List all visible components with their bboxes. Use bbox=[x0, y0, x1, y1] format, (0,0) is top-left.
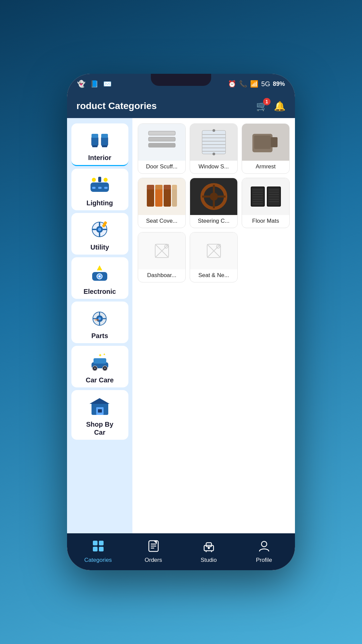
profile-icon bbox=[258, 540, 270, 555]
orders-label: Orders bbox=[145, 557, 162, 564]
phone-frame: 👻 📘 ✉️ ⏰ 📞 📶 5G 89% roduct Categories 🛒 … bbox=[67, 74, 295, 570]
svg-rect-11 bbox=[98, 187, 102, 189]
signal-icon: 5G bbox=[261, 80, 270, 88]
svg-rect-44 bbox=[98, 409, 102, 413]
svg-rect-99 bbox=[93, 541, 98, 545]
phone-icon: 📞 bbox=[239, 80, 247, 88]
svg-point-110 bbox=[208, 547, 210, 549]
utility-label: Utility bbox=[90, 243, 109, 251]
categories-label: Categories bbox=[84, 557, 112, 564]
bell-icon[interactable]: 🔔 bbox=[274, 101, 286, 112]
svg-rect-102 bbox=[99, 547, 104, 551]
electronic-label: Electronic bbox=[83, 287, 116, 296]
svg-point-8 bbox=[104, 178, 108, 182]
parts-icon: CH bbox=[86, 306, 113, 330]
sidebar-item-utility[interactable]: Utility bbox=[71, 213, 128, 255]
svg-rect-1 bbox=[92, 134, 98, 138]
svg-rect-3 bbox=[101, 134, 108, 138]
header-icons: 🛒 1 🔔 bbox=[256, 101, 286, 112]
cart-badge: 1 bbox=[263, 98, 270, 105]
product-card-armrest[interactable]: Armrest bbox=[242, 123, 290, 174]
door-scuff-image bbox=[138, 124, 185, 161]
nav-profile[interactable]: Profile bbox=[236, 540, 292, 564]
carcare-label: Car Care bbox=[86, 376, 114, 384]
svg-rect-59 bbox=[271, 137, 278, 147]
nav-studio[interactable]: Studio bbox=[181, 540, 236, 564]
utility-icon bbox=[86, 218, 113, 241]
studio-label: Studio bbox=[200, 557, 217, 564]
svg-rect-45 bbox=[148, 137, 175, 141]
svg-rect-46 bbox=[148, 143, 175, 147]
svg-rect-10 bbox=[92, 187, 96, 189]
gmail-icon: ✉️ bbox=[103, 80, 112, 88]
battery-text: 89% bbox=[273, 80, 285, 88]
svg-rect-12 bbox=[104, 187, 108, 189]
svg-marker-42 bbox=[89, 398, 110, 404]
sidebar-item-lighting[interactable]: Lighting bbox=[71, 169, 128, 210]
seat-cover-name: Seat Cove... bbox=[138, 215, 185, 228]
svg-point-56 bbox=[213, 153, 215, 155]
product-area: Door Scuff... bbox=[132, 118, 295, 533]
steering-name: Steering C... bbox=[190, 215, 237, 228]
svg-rect-9 bbox=[98, 177, 101, 182]
orders-icon bbox=[147, 540, 160, 555]
seat-neck-image bbox=[190, 232, 237, 269]
svg-rect-63 bbox=[155, 185, 163, 190]
product-card-window-sun[interactable]: Window S... bbox=[190, 123, 238, 174]
notch bbox=[151, 74, 211, 86]
facebook-icon: 📘 bbox=[90, 80, 99, 88]
dashboard-name: Dashboar... bbox=[138, 269, 185, 282]
product-card-seat-cover[interactable]: Seat Cove... bbox=[138, 178, 186, 228]
svg-point-55 bbox=[213, 129, 215, 132]
svg-rect-62 bbox=[155, 188, 163, 207]
product-card-dashboard[interactable]: Dashboar... bbox=[138, 232, 186, 282]
svg-rect-65 bbox=[164, 185, 171, 190]
bottom-nav: Categories Orders bbox=[67, 533, 295, 570]
sidebar-item-interior[interactable]: Interior bbox=[71, 123, 128, 166]
product-card-seat-neck[interactable]: Seat & Ne... bbox=[190, 232, 238, 282]
snapchat-icon: 👻 bbox=[77, 80, 85, 88]
seat-cover-image bbox=[138, 178, 185, 215]
window-sun-image bbox=[190, 124, 237, 161]
armrest-image bbox=[242, 124, 289, 161]
dashboard-image bbox=[138, 232, 185, 269]
sidebar-item-carcare[interactable]: ✦ ✦ Car Care bbox=[71, 346, 128, 387]
door-scuff-name: Door Scuff... bbox=[138, 161, 185, 173]
svg-rect-0 bbox=[92, 137, 98, 146]
svg-marker-107 bbox=[154, 541, 157, 544]
categories-icon bbox=[92, 540, 104, 555]
svg-rect-101 bbox=[93, 547, 98, 551]
product-card-floor-mats[interactable]: Floor Mats bbox=[242, 178, 290, 228]
nav-categories[interactable]: Categories bbox=[70, 540, 126, 564]
interior-icon bbox=[86, 128, 113, 152]
svg-rect-61 bbox=[147, 185, 154, 190]
sidebar-item-shopbycar[interactable]: Shop ByCar bbox=[71, 390, 128, 440]
cart-wrapper[interactable]: 🛒 1 bbox=[256, 101, 268, 112]
product-grid: Door Scuff... bbox=[138, 123, 290, 282]
sidebar: Interior Lighting bbox=[67, 118, 132, 533]
nav-orders[interactable]: Orders bbox=[126, 540, 181, 564]
shopbycar-label: Shop ByCar bbox=[86, 420, 113, 436]
profile-label: Profile bbox=[256, 557, 272, 564]
svg-point-69 bbox=[210, 193, 218, 201]
svg-point-7 bbox=[92, 178, 96, 182]
svg-rect-34 bbox=[94, 358, 106, 364]
sidebar-item-electronic[interactable]: Electronic bbox=[71, 257, 128, 299]
svg-text:CH: CH bbox=[95, 318, 99, 321]
armrest-name: Armrest bbox=[242, 161, 289, 173]
phone-inner: 👻 📘 ✉️ ⏰ 📞 📶 5G 89% roduct Categories 🛒 … bbox=[67, 74, 295, 570]
svg-point-24 bbox=[99, 275, 101, 277]
svg-point-38 bbox=[104, 367, 106, 369]
sidebar-item-parts[interactable]: CH Parts bbox=[71, 302, 128, 343]
svg-text:✦: ✦ bbox=[103, 353, 106, 356]
floor-mats-image bbox=[242, 178, 289, 215]
svg-rect-5 bbox=[102, 145, 107, 147]
svg-rect-100 bbox=[99, 541, 104, 545]
svg-rect-47 bbox=[148, 131, 175, 135]
svg-rect-64 bbox=[164, 188, 171, 207]
product-card-steering[interactable]: Steering C... bbox=[190, 178, 238, 228]
seat-neck-name: Seat & Ne... bbox=[190, 269, 237, 282]
product-card-door-scuff[interactable]: Door Scuff... bbox=[138, 123, 186, 174]
svg-rect-48 bbox=[202, 130, 226, 154]
wifi-icon: 📶 bbox=[250, 80, 258, 88]
